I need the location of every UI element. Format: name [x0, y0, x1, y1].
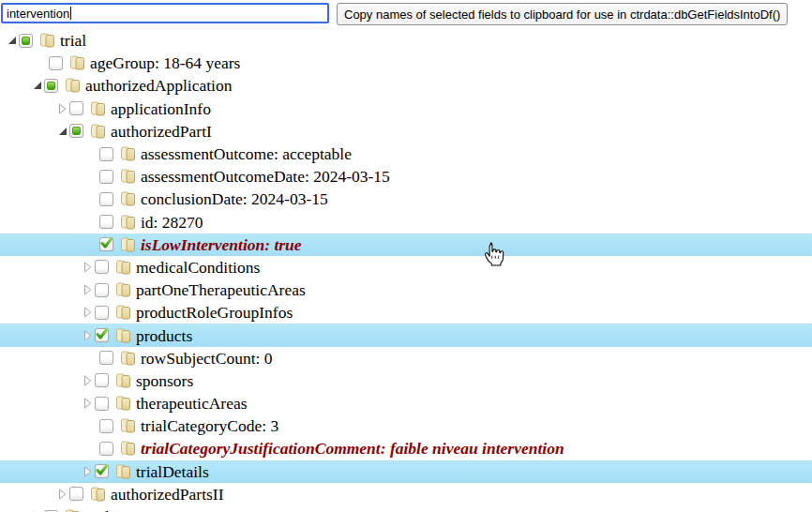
- expander-toggle[interactable]: [5, 29, 19, 52]
- expander-toggle[interactable]: [81, 392, 95, 414]
- folder-icon: [115, 464, 131, 479]
- checkbox[interactable]: [95, 306, 109, 320]
- checkbox[interactable]: [95, 260, 109, 274]
- tree-node-label: trialCategoryJustificationComment: faibl…: [141, 437, 564, 459]
- collapse-icon: [34, 82, 41, 89]
- expander-toggle[interactable]: [81, 301, 95, 324]
- expander-toggle[interactable]: [30, 52, 49, 74]
- checkbox[interactable]: [49, 56, 63, 70]
- tree-node: applicationInfo: [0, 98, 812, 120]
- text-caret: [70, 7, 71, 20]
- search-input[interactable]: intervention: [1, 3, 329, 23]
- expander-toggle[interactable]: [81, 324, 95, 347]
- tree-node: trialCategoryCode: 3: [0, 414, 812, 437]
- tree-node-anchor[interactable]: medicalConditions: [113, 256, 263, 279]
- tree-node: authorizedApplication: [0, 74, 812, 97]
- tree-node-label: products: [136, 324, 192, 347]
- tree-node: trialCategoryJustificationComment: faibl…: [0, 437, 812, 459]
- tree-node-anchor[interactable]: authorizedApplication: [62, 74, 234, 97]
- tree-node: authorizedPartI: [0, 120, 812, 143]
- checkbox[interactable]: [99, 192, 113, 206]
- tree-node-label: trial: [60, 29, 86, 52]
- checkbox[interactable]: [99, 147, 113, 161]
- expander-toggle[interactable]: [81, 437, 99, 459]
- tree-node-anchor[interactable]: trial: [37, 29, 89, 52]
- tree-node-anchor[interactable]: isLowIntervention: true: [117, 233, 305, 256]
- tree-node-anchor[interactable]: productRoleGroupInfos: [113, 301, 295, 324]
- checkbox[interactable]: [69, 124, 83, 138]
- tree-node: partOneTherapeuticAreas: [0, 279, 812, 301]
- folder-icon: [120, 418, 136, 433]
- tree-node-label: medicalConditions: [136, 256, 260, 279]
- expander-toggle[interactable]: [81, 188, 99, 210]
- tree-node-label: authorizedApplication: [85, 74, 232, 97]
- tree-node-label: id: 28270: [141, 211, 203, 233]
- checkbox[interactable]: [99, 419, 113, 433]
- expander-toggle[interactable]: [81, 211, 99, 233]
- checkbox[interactable]: [99, 351, 113, 365]
- collapse-icon: [59, 128, 67, 135]
- tree-node-anchor[interactable]: conclusionDate: 2024-03-15: [117, 188, 331, 210]
- checkbox[interactable]: [99, 237, 113, 251]
- expander-toggle[interactable]: [81, 233, 99, 256]
- checkbox[interactable]: [69, 101, 83, 115]
- tree-node: authorizedPartsII: [0, 483, 812, 505]
- tree-node-anchor[interactable]: sponsors: [113, 369, 196, 392]
- tree-node-anchor[interactable]: assessmentOutcomeDate: 2024-03-15: [117, 165, 393, 188]
- tree-node-anchor[interactable]: ageGroup: 18-64 years: [67, 52, 243, 74]
- expander-toggle[interactable]: [30, 74, 44, 97]
- expander-toggle[interactable]: [81, 369, 95, 392]
- tree-node: assessmentOutcome: acceptable: [0, 143, 812, 165]
- folder-icon: [120, 146, 136, 161]
- checkbox[interactable]: [99, 442, 113, 456]
- tree-node: rowSubjectCount: 0: [0, 347, 812, 369]
- tree-node-anchor[interactable]: partOneTherapeuticAreas: [113, 279, 308, 301]
- tree-node-label: assessmentOutcome: acceptable: [141, 143, 352, 165]
- checkbox[interactable]: [95, 373, 109, 387]
- tree-node-anchor[interactable]: authorizedPartI: [87, 120, 215, 143]
- tree-node-anchor[interactable]: rowSubjectCount: 0: [117, 347, 275, 369]
- expander-toggle[interactable]: [81, 256, 95, 279]
- tree-node-anchor[interactable]: products: [113, 324, 195, 346]
- expander-toggle[interactable]: [55, 120, 69, 143]
- checkbox[interactable]: [99, 170, 113, 184]
- checkbox[interactable]: [44, 79, 58, 93]
- expander-toggle[interactable]: [30, 505, 44, 512]
- tree-node-label: sponsors: [136, 369, 193, 392]
- tree-node-anchor[interactable]: eudraCt: [62, 505, 140, 512]
- expander-toggle[interactable]: [81, 279, 95, 301]
- tree-node-label: therapeuticAreas: [136, 392, 248, 414]
- expander-toggle[interactable]: [81, 460, 95, 483]
- expander-toggle[interactable]: [55, 483, 69, 505]
- checkbox[interactable]: [95, 328, 109, 342]
- expander-toggle[interactable]: [81, 165, 99, 188]
- tree-node-anchor[interactable]: trialDetails: [113, 460, 212, 483]
- folder-icon: [120, 237, 136, 252]
- expander-toggle[interactable]: [81, 347, 99, 369]
- tree-node-anchor[interactable]: assessmentOutcome: acceptable: [117, 143, 354, 165]
- checkbox[interactable]: [99, 215, 113, 229]
- checkbox[interactable]: [69, 487, 83, 501]
- expander-toggle[interactable]: [55, 98, 69, 120]
- checkbox[interactable]: [95, 283, 109, 297]
- tree-node-anchor[interactable]: trialCategoryJustificationComment: faibl…: [117, 437, 567, 459]
- checkbox[interactable]: [19, 34, 33, 48]
- expand-icon: [83, 284, 92, 295]
- tree-node-anchor[interactable]: authorizedPartsII: [87, 483, 227, 505]
- expander-toggle[interactable]: [81, 143, 99, 165]
- checkbox-check-icon: [100, 237, 113, 249]
- expander-toggle[interactable]: [81, 414, 99, 437]
- tree-node-anchor[interactable]: therapeuticAreas: [113, 392, 250, 414]
- checkbox[interactable]: [95, 397, 109, 411]
- tree-node: medicalConditions: [0, 256, 812, 279]
- tree-node: id: 28270: [0, 211, 812, 233]
- tree-node-anchor[interactable]: id: 28270: [117, 211, 206, 233]
- checkbox[interactable]: [95, 464, 109, 478]
- folder-icon: [90, 101, 106, 116]
- tree-node-anchor[interactable]: trialCategoryCode: 3: [117, 414, 281, 437]
- tree-node-label: conclusionDate: 2024-03-15: [141, 188, 328, 210]
- tree-node-anchor[interactable]: applicationInfo: [87, 98, 214, 120]
- folder-icon: [115, 282, 131, 297]
- tree-node-label: eudraCt: [85, 505, 137, 512]
- copy-fields-button[interactable]: Copy names of selected fields to clipboa…: [337, 3, 788, 25]
